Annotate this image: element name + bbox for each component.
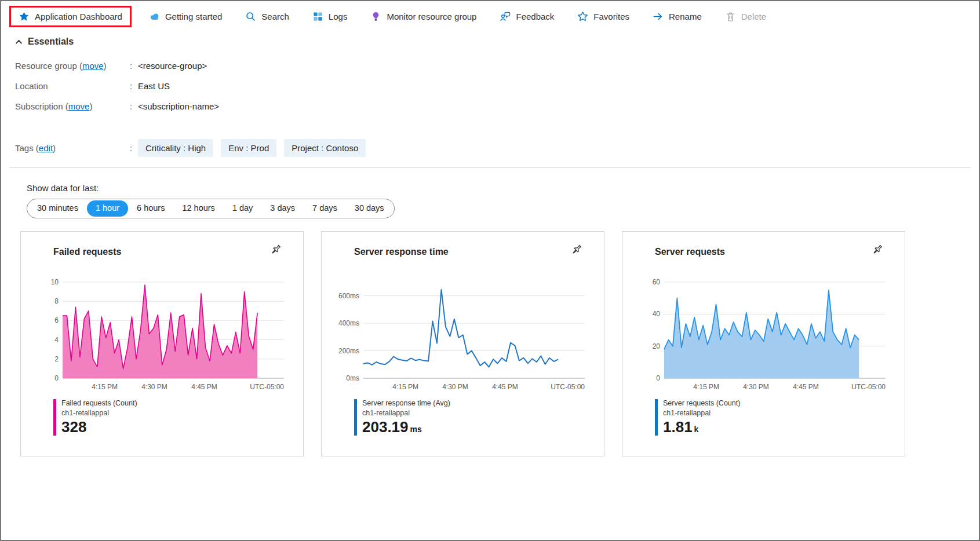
tag-list: Criticality : High Env : Prod Project : … [138,139,366,157]
lightbulb-icon [370,11,381,22]
server-response-time-chart[interactable]: 0ms200ms400ms600ms4:15 PM4:30 PM4:45 PMU… [336,279,591,394]
svg-text:0: 0 [656,374,660,382]
essentials-title: Essentials [28,36,74,47]
time-option-12-hours[interactable]: 12 hours [173,200,223,217]
legend-value: 203.19ms [362,419,450,434]
field-label: Resource group (move) [15,61,130,71]
toolbar-item-application-dashboard[interactable]: Application Dashboard [9,6,132,27]
svg-text:600ms: 600ms [338,292,359,300]
time-option-30-days[interactable]: 30 days [346,200,393,217]
legend-color-bar [655,399,658,436]
toolbar-item-label: Getting started [165,12,222,21]
legend-metric: Server requests (Count) [663,399,740,407]
field-label: Tags (edit) [15,143,130,153]
server-requests-chart[interactable]: 02040604:15 PM4:30 PM4:45 PMUTC-05:00 [636,279,891,394]
pin-button[interactable] [569,242,584,259]
move-link[interactable]: move [82,61,104,71]
pin-button[interactable] [268,242,283,259]
svg-text:4:45 PM: 4:45 PM [793,383,819,391]
metric-cards: Failed requests 02468104:15 PM4:30 PM4:4… [1,218,979,456]
toolbar-item-label: Logs [329,12,348,21]
tag-chip-project[interactable]: Project : Contoso [284,139,366,157]
svg-text:UTC-05:00: UTC-05:00 [551,383,585,391]
svg-text:0: 0 [54,374,59,382]
svg-text:4:30 PM: 4:30 PM [442,383,468,391]
svg-text:2: 2 [54,355,59,363]
pin-icon [871,243,884,256]
legend-color-bar [53,399,56,436]
time-option-1-day[interactable]: 1 day [224,200,261,217]
time-option-3-days[interactable]: 3 days [261,200,304,217]
chevron-up-icon [15,38,23,46]
toolbar-item-getting-started[interactable]: Getting started [140,6,231,27]
svg-text:4:30 PM: 4:30 PM [743,383,769,391]
time-option-7-days[interactable]: 7 days [304,200,346,217]
toolbar-item-monitor-resource-group[interactable]: Monitor resource group [361,6,486,27]
pin-icon [570,243,583,256]
toolbar-item-label: Search [261,12,289,21]
app-window: Application Dashboard Getting started Se… [0,0,980,541]
field-tags: Tags (edit) : Criticality : High Env : P… [15,139,979,157]
toolbar-item-search[interactable]: Search [236,6,298,27]
chart-title: Failed requests [53,247,121,257]
pin-button[interactable] [870,242,885,259]
time-option-30-minutes[interactable]: 30 minutes [28,200,87,217]
toolbar-item-favorites[interactable]: Favorites [568,6,639,27]
chart-legend: Server requests (Count) ch1-retailappai … [655,399,891,436]
time-range-section: Show data for last: 30 minutes 1 hour 6 … [1,168,979,218]
location-value: East US [138,81,170,91]
toolbar-item-feedback[interactable]: Feedback [490,6,563,27]
toolbar-item-label: Monitor resource group [387,12,476,21]
cloud-icon [149,11,160,22]
field-separator: : [130,61,138,71]
svg-text:4:15 PM: 4:15 PM [92,383,118,391]
legend-resource: ch1-retailappai [663,409,740,417]
time-option-6-hours[interactable]: 6 hours [128,200,173,217]
svg-text:60: 60 [653,279,661,286]
svg-text:8: 8 [54,297,59,305]
field-label: Subscription (move) [15,101,130,111]
chart-title: Server response time [354,247,449,257]
tag-chip-env[interactable]: Env : Prod [221,139,276,157]
svg-text:4:45 PM: 4:45 PM [492,383,518,391]
toolbar-item-label: Feedback [516,12,554,21]
toolbar-item-logs[interactable]: Logs [303,6,357,27]
toolbar-item-delete: Delete [716,6,775,27]
legend-color-bar [354,399,357,436]
search-icon [245,11,256,22]
tag-chip-criticality[interactable]: Criticality : High [138,139,213,157]
svg-text:4:15 PM: 4:15 PM [693,383,719,391]
toolbar-item-label: Delete [741,12,766,21]
move-link[interactable]: move [68,101,90,111]
time-option-1-hour[interactable]: 1 hour [87,200,128,217]
subscription-value: <subscription-name> [138,101,219,111]
toolbar-item-label: Application Dashboard [35,12,122,21]
chart-legend: Failed requests (Count) ch1-retailappai … [53,399,289,436]
svg-text:UTC-05:00: UTC-05:00 [851,383,886,391]
legend-unit: k [694,425,699,434]
svg-text:4:45 PM: 4:45 PM [191,383,217,391]
favorite-star-icon [577,11,588,22]
legend-metric: Failed requests (Count) [61,399,137,407]
failed-requests-chart[interactable]: 02468104:15 PM4:30 PM4:45 PMUTC-05:00 [35,279,290,394]
legend-resource: ch1-retailappai [61,409,137,417]
card-failed-requests: Failed requests 02468104:15 PM4:30 PM4:4… [20,231,304,456]
chart-title: Server requests [655,247,725,257]
field-subscription: Subscription (move) : <subscription-name… [15,101,979,111]
essentials-toggle[interactable]: Essentials [1,30,979,47]
field-resource-group: Resource group (move) : <resource-group> [15,61,979,71]
card-server-response-time: Server response time 0ms200ms400ms600ms4… [321,231,604,456]
svg-text:UTC-05:00: UTC-05:00 [250,383,284,391]
toolbar-item-rename[interactable]: Rename [643,6,711,27]
essentials-fields: Resource group (move) : <resource-group>… [1,47,979,157]
legend-resource: ch1-retailappai [362,409,450,417]
svg-text:20: 20 [653,342,661,350]
delete-trash-icon [725,11,736,22]
edit-tags-link[interactable]: edit [39,143,53,153]
field-separator: : [130,81,138,91]
field-location: Location : East US [15,81,979,91]
chart-legend: Server response time (Avg) ch1-retailapp… [354,399,590,436]
legend-metric: Server response time (Avg) [362,399,450,407]
legend-value: 328 [61,419,137,434]
time-range-picker: 30 minutes 1 hour 6 hours 12 hours 1 day… [27,199,395,218]
